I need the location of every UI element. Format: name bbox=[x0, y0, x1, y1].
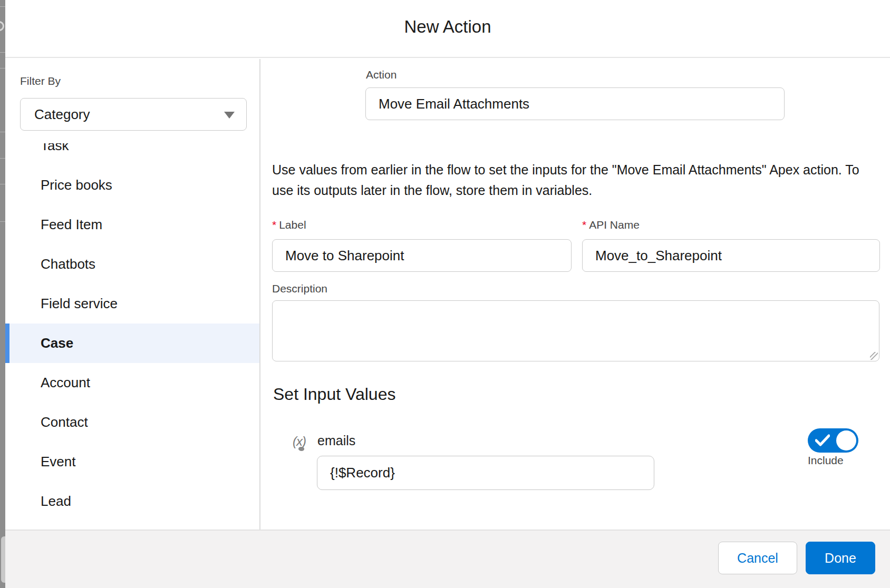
variable-icon-dot bbox=[298, 447, 304, 451]
description-label: Description bbox=[272, 282, 327, 295]
filter-category-select[interactable]: Category bbox=[20, 98, 247, 131]
sidebar-item-task[interactable]: Task bbox=[5, 143, 260, 165]
background-divider bbox=[0, 132, 5, 132]
sidebar-item-lead[interactable]: Lead bbox=[5, 482, 260, 521]
modal-footer: Cancel Done bbox=[5, 530, 890, 588]
sidebar-item-label: Contact bbox=[41, 414, 88, 430]
label-field-label-text: Label bbox=[279, 219, 306, 231]
sidebar-item-chatbots[interactable]: Chatbots bbox=[5, 244, 260, 284]
api-name-label: *API Name bbox=[582, 219, 640, 231]
sidebar-item-field-service[interactable]: Field service bbox=[5, 284, 260, 324]
emails-param-label: emails bbox=[317, 433, 355, 448]
sidebar-item-label: Account bbox=[41, 375, 90, 390]
cancel-button[interactable]: Cancel bbox=[718, 542, 797, 574]
sidebar-item-label: Event bbox=[41, 454, 76, 469]
background-divider bbox=[0, 184, 5, 184]
description-textarea[interactable] bbox=[272, 300, 879, 361]
sidebar-item-label: Case bbox=[41, 335, 73, 351]
background-divider bbox=[0, 221, 5, 222]
api-name-input[interactable] bbox=[582, 239, 880, 272]
category-list: TaskPrice booksFeed ItemChatbotsField se… bbox=[5, 143, 260, 530]
sidebar-item-case[interactable]: Case bbox=[5, 324, 260, 363]
background-divider bbox=[0, 68, 5, 68]
modal-header: New Action bbox=[5, 0, 890, 58]
checkmark-icon bbox=[815, 434, 830, 447]
sidebar-item-label: Feed Item bbox=[41, 217, 102, 232]
variable-icon-glyph: (x) bbox=[293, 434, 306, 448]
dimmed-background-app bbox=[0, 0, 5, 588]
sidebar-item-price-books[interactable]: Price books bbox=[5, 165, 260, 205]
filter-by-label: Filter By bbox=[20, 75, 61, 87]
sidebar-item-event[interactable]: Event bbox=[5, 442, 260, 482]
api-name-label-text: API Name bbox=[589, 219, 640, 231]
required-asterisk: * bbox=[582, 219, 586, 231]
new-action-modal: New Action Filter By Category TaskPrice … bbox=[5, 0, 890, 588]
include-label: Include bbox=[808, 454, 850, 467]
filter-select-value: Category bbox=[34, 106, 90, 123]
required-asterisk: * bbox=[272, 219, 276, 231]
toggle-knob bbox=[836, 430, 856, 450]
sidebar-item-contact[interactable]: Contact bbox=[5, 403, 260, 442]
action-input[interactable] bbox=[365, 87, 785, 120]
background-panel-edge bbox=[1, 536, 5, 583]
set-input-values-heading: Set Input Values bbox=[273, 385, 395, 404]
label-field-label: *Label bbox=[272, 219, 306, 231]
category-sidebar: Filter By Category TaskPrice booksFeed I… bbox=[5, 59, 260, 530]
modal-title: New Action bbox=[5, 17, 890, 37]
sidebar-item-label: Field service bbox=[41, 296, 118, 311]
chevron-down-icon bbox=[224, 112, 235, 119]
sidebar-item-label: Lead bbox=[41, 493, 71, 509]
sidebar-item-label: Price books bbox=[41, 177, 112, 193]
helper-text: Use values from earlier in the flow to s… bbox=[272, 160, 873, 201]
search-icon bbox=[0, 21, 4, 31]
sidebar-item-account[interactable]: Account bbox=[5, 363, 260, 403]
action-config-panel: Action Use values from earlier in the fl… bbox=[262, 59, 890, 530]
include-toggle[interactable] bbox=[808, 428, 858, 453]
emails-value-input[interactable] bbox=[317, 456, 654, 490]
background-divider bbox=[0, 158, 5, 159]
background-divider bbox=[0, 52, 5, 53]
variable-icon: (x) bbox=[293, 434, 306, 449]
done-button[interactable]: Done bbox=[806, 542, 875, 574]
background-divider bbox=[0, 6, 5, 7]
action-label: Action bbox=[366, 68, 396, 81]
label-input[interactable] bbox=[272, 239, 572, 272]
sidebar-item-label: Chatbots bbox=[41, 256, 95, 272]
sidebar-item-label: Task bbox=[41, 143, 69, 153]
sidebar-item-feed-item[interactable]: Feed Item bbox=[5, 205, 260, 244]
